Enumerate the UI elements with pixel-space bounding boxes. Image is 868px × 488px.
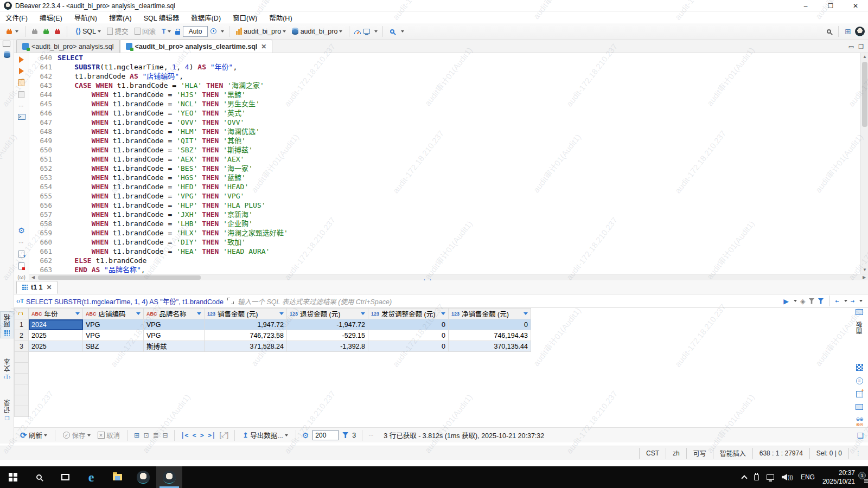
cell[interactable]: -529.15 bbox=[287, 330, 368, 341]
view-tab-record[interactable]: 记录 ❐ bbox=[0, 399, 14, 421]
new-connection-button[interactable] bbox=[3, 26, 20, 37]
language-indicator[interactable]: ENG bbox=[801, 473, 815, 481]
rail-overflow-dots[interactable]: ⋯ bbox=[18, 240, 24, 246]
column-header-5[interactable]: 123发货调整金额 (元) bbox=[368, 309, 449, 319]
cell[interactable]: 2025 bbox=[29, 330, 83, 341]
save-button[interactable]: ✓ 保存 bbox=[61, 429, 92, 441]
speaker-icon[interactable] bbox=[782, 474, 787, 480]
cell[interactable]: VPG bbox=[144, 319, 205, 330]
view-tab-grid[interactable]: 网格 bbox=[0, 311, 14, 338]
cell[interactable]: -1,947.72 bbox=[287, 319, 368, 330]
menu-item-1[interactable]: 编辑(E) bbox=[40, 12, 62, 23]
sort-caret-icon[interactable] bbox=[361, 312, 365, 315]
cell[interactable]: -1,392.8 bbox=[287, 341, 368, 352]
grid-settings-gear-icon[interactable]: ⚙ bbox=[302, 431, 309, 440]
tray-chevron-icon[interactable] bbox=[741, 475, 747, 481]
sort-caret-icon[interactable] bbox=[524, 312, 528, 315]
autocommit-combo[interactable]: Auto bbox=[183, 26, 208, 37]
tab-analysis-sql[interactable]: <audit_bi_pro> analysis.sql bbox=[16, 40, 120, 53]
rail-overflow-dots[interactable]: ⋯ bbox=[18, 103, 24, 109]
editor-settings-gear-icon[interactable]: ⚙ bbox=[18, 226, 25, 235]
window-close-button[interactable]: ✕ bbox=[843, 0, 868, 12]
cell[interactable]: 371,528.24 bbox=[205, 341, 287, 352]
editor-horizontal-scrollbar[interactable]: ◀ ▶ bbox=[29, 274, 868, 280]
task-view-button[interactable] bbox=[52, 466, 78, 488]
cell[interactable]: 2025 bbox=[29, 341, 83, 352]
menu-item-6[interactable]: 窗口(W) bbox=[233, 12, 257, 23]
transaction-log-icon[interactable] bbox=[210, 28, 216, 34]
column-header-0[interactable]: ABC年份 bbox=[29, 309, 83, 319]
internet-explorer-button[interactable]: e bbox=[78, 466, 104, 488]
view-tab-text[interactable]: 文本 ‹T› bbox=[0, 358, 14, 380]
restore-panel-icon[interactable] bbox=[4, 42, 10, 47]
first-page-icon[interactable]: |< bbox=[181, 432, 188, 439]
scroll-down-icon[interactable]: ▼ bbox=[861, 266, 868, 274]
reconnect-icon[interactable] bbox=[42, 27, 50, 36]
menu-item-7[interactable]: 帮助(H) bbox=[269, 12, 292, 23]
filter-back-icon[interactable]: ← bbox=[835, 297, 839, 305]
rollback-button[interactable]: 回滚 bbox=[133, 25, 158, 37]
cell[interactable]: 0 bbox=[368, 319, 449, 330]
copy-result-icon[interactable]: ❏ bbox=[857, 431, 864, 440]
scroll-thumb[interactable] bbox=[862, 62, 867, 127]
start-button[interactable] bbox=[0, 466, 26, 488]
column-header-2[interactable]: ABC品牌名称 bbox=[144, 309, 205, 319]
cancel-button[interactable]: ✕ 取消 bbox=[96, 429, 122, 441]
sql-code-editor[interactable]: 640SELECT641 SUBSTR(t1.mgclearTime, 1, 4… bbox=[29, 53, 860, 274]
sql-console-icon[interactable]: >_ bbox=[18, 114, 25, 120]
cell[interactable]: VPG bbox=[83, 330, 144, 341]
clear-filter-icon[interactable]: ◈ bbox=[800, 297, 806, 305]
editor-minimize-icon[interactable]: ▭ bbox=[848, 43, 854, 50]
taskbar-clock[interactable]: 20:372025/10/21 bbox=[822, 468, 855, 486]
prev-page-icon[interactable]: < bbox=[192, 432, 196, 439]
execute-statement-icon[interactable] bbox=[19, 56, 24, 63]
column-header-4[interactable]: 123退货金额 (元) bbox=[287, 309, 368, 319]
panel-tab-label[interactable]: 面板 bbox=[855, 322, 864, 335]
sort-caret-icon[interactable] bbox=[441, 312, 445, 315]
cell[interactable]: 746,194.43 bbox=[449, 330, 531, 341]
dashboard-icon[interactable] bbox=[354, 30, 361, 34]
filter-input-placeholder[interactable]: 输入一个 SQL 表达式来过滤结果 (使用 Ctrl+Space) bbox=[238, 296, 783, 306]
dbeaver-taskbar-button[interactable] bbox=[130, 466, 156, 488]
next-page-icon[interactable]: > bbox=[200, 432, 204, 439]
output-omega-icon[interactable]: (ω) bbox=[17, 274, 25, 280]
window-maximize-button[interactable]: ☐ bbox=[818, 0, 843, 12]
cell[interactable]: 0 bbox=[368, 341, 449, 352]
results-tab-t1[interactable]: t1 1 ✕ bbox=[16, 281, 58, 294]
layout-panel-icon[interactable] bbox=[856, 404, 863, 410]
row-number[interactable]: 2 bbox=[15, 330, 29, 341]
network-tray-icon[interactable] bbox=[767, 474, 774, 480]
editor-vertical-scrollbar[interactable]: ▲ ▼ bbox=[860, 53, 868, 274]
apply-filter-icon[interactable]: ▶ bbox=[783, 297, 789, 305]
scroll-thumb[interactable] bbox=[38, 275, 201, 280]
cell[interactable]: SBZ bbox=[83, 341, 144, 352]
disconnect-icon[interactable] bbox=[53, 27, 62, 36]
column-header-6[interactable]: 123净销售金额 (元) bbox=[449, 309, 531, 319]
cell[interactable]: 斯搏兹 bbox=[144, 341, 205, 352]
export-data-button[interactable]: ↥ 导出数据... bbox=[241, 429, 289, 441]
window-minimize-button[interactable]: – bbox=[793, 0, 818, 12]
cell[interactable]: VPG bbox=[144, 330, 205, 341]
cell[interactable]: 0 bbox=[368, 330, 449, 341]
filters-menu-icon[interactable] bbox=[818, 298, 824, 304]
sort-caret-icon[interactable] bbox=[197, 312, 201, 315]
commit-button[interactable]: 提交 bbox=[105, 25, 130, 37]
active-connection-selector[interactable]: audit_bi_pro bbox=[234, 27, 288, 36]
transaction-mode-button[interactable]: T bbox=[160, 27, 173, 36]
tab-analysis-cleartime-sql[interactable]: <audit_bi_pro> analysis_cleartime.sql ✕ bbox=[120, 40, 273, 53]
panels-icon[interactable] bbox=[856, 309, 863, 315]
refresh-button[interactable]: ⟳ 刷新 bbox=[18, 429, 49, 441]
cell[interactable]: 0 bbox=[449, 319, 531, 330]
taskbar-search-button[interactable] bbox=[26, 466, 52, 488]
aggregate-panel-icon[interactable] bbox=[856, 391, 863, 397]
menu-item-4[interactable]: SQL 编辑器 bbox=[144, 12, 180, 23]
editor-maximize-icon[interactable]: ❒ bbox=[858, 43, 864, 50]
network-profile-icon[interactable] bbox=[363, 29, 370, 34]
record-mode-icon[interactable]: ⠿ bbox=[856, 377, 863, 384]
search-metadata-icon[interactable] bbox=[388, 27, 397, 36]
menu-item-5[interactable]: 数据库(D) bbox=[191, 12, 221, 23]
edit-cell-icon[interactable]: ≣ bbox=[153, 431, 158, 439]
connect-icon[interactable] bbox=[30, 27, 39, 36]
duplicate-row-icon[interactable]: ⊡ bbox=[144, 431, 149, 439]
tab-close-icon[interactable]: ✕ bbox=[261, 43, 266, 50]
